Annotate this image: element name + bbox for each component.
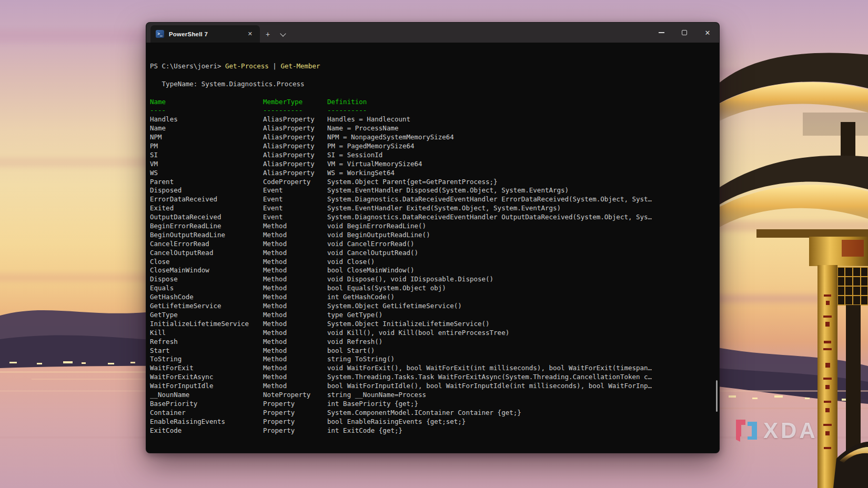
cell-membertype: CodeProperty [263,178,327,187]
cell-name: Refresh [150,338,263,347]
table-row: WaitForExit Method void WaitForExit(), b… [150,364,715,373]
cell-definition: System.Object Parent{get=GetParentProces… [327,178,715,187]
cell-definition: int GetHashCode() [327,293,715,302]
cell-definition: void Kill(), void Kill(bool entireProces… [327,329,715,338]
blank-line [150,71,715,80]
table-row: Close Method void Close() [150,258,715,267]
cell-membertype: Property [263,409,327,418]
cell-definition: int BasePriority {get;} [327,400,715,409]
chevron-down-icon[interactable] [276,26,291,43]
cell-name: Disposed [150,186,263,195]
scrollbar-thumb[interactable] [716,380,718,412]
header-membertype: MemberType [263,98,327,107]
cell-name: WaitForExit [150,364,263,373]
close-button[interactable]: ✕ [696,23,719,43]
powershell-icon: >_ [156,30,164,38]
cell-membertype: Method [263,266,327,275]
header-name: Name [150,98,263,107]
cell-definition: string __NounName=Process [327,391,715,400]
cell-name: BasePriority [150,400,263,409]
table-row: BasePriority Property int BasePriority {… [150,400,715,409]
table-row: Refresh Method void Refresh() [150,338,715,347]
cell-definition: type GetType() [327,311,715,320]
xda-watermark: XDA [733,418,818,443]
cell-membertype: Method [263,373,327,382]
cell-membertype: Method [263,240,327,249]
cell-name: __NounName [150,391,263,400]
table-row: GetType Method type GetType() [150,311,715,320]
table-row: ExitCode Property int ExitCode {get;} [150,426,715,435]
titlebar[interactable]: >_ PowerShell 7 ✕ + ✕ [146,23,719,43]
cell-definition: System.ComponentModel.IContainer Contain… [327,409,715,418]
cell-membertype: Method [263,347,327,355]
table-row: OutputDataReceived Event System.Diagnost… [150,213,715,222]
header-definition: Definition [327,98,715,107]
cell-membertype: Event [263,204,327,213]
cell-name: CancelOutputRead [150,249,263,258]
new-tab-button[interactable]: + [260,26,276,43]
table-row: ToString Method string ToString() [150,355,715,364]
cell-name: CancelErrorRead [150,240,263,249]
table-row: NPM AliasProperty NPM = NonpagedSystemMe… [150,133,715,142]
maximize-button[interactable] [673,23,696,43]
cell-name: WaitForInputIdle [150,382,263,391]
table-row: Start Method bool Start() [150,347,715,355]
terminal-content[interactable]: PS C:\Users\joeri> Get-Process | Get-Mem… [146,43,719,453]
cell-name: Kill [150,329,263,338]
column-calligraphy [823,294,832,449]
minimize-button[interactable] [650,23,673,43]
cell-name: Dispose [150,275,263,284]
cell-membertype: Method [263,275,327,284]
table-row: GetHashCode Method int GetHashCode() [150,293,715,302]
table-row: BeginErrorReadLine Method void BeginErro… [150,222,715,231]
cell-definition: NPM = NonpagedSystemMemorySize64 [327,133,715,142]
cell-definition: System.Object InitializeLifetimeService(… [327,320,715,329]
command-get-process: Get-Process [225,62,269,70]
cell-membertype: Method [263,364,327,373]
table-row: __NounName NoteProperty string __NounNam… [150,391,715,400]
table-row: VM AliasProperty VM = VirtualMemorySize6… [150,160,715,169]
table-row: CloseMainWindow Method bool CloseMainWin… [150,266,715,275]
prompt-path: PS C:\Users\joeri> [150,62,225,70]
cell-definition: bool EnableRaisingEvents {get;set;} [327,418,715,426]
table-row: Handles AliasProperty Handles = Handleco… [150,115,715,124]
table-row: SI AliasProperty SI = SessionId [150,151,715,160]
table-row: ErrorDataReceived Event System.Diagnosti… [150,195,715,204]
table-row: BeginOutputReadLine Method void BeginOut… [150,231,715,240]
cell-membertype: AliasProperty [263,115,327,124]
cell-membertype: Method [263,293,327,302]
cell-name: SI [150,151,263,160]
table-row: Kill Method void Kill(), void Kill(bool … [150,329,715,338]
cell-name: BeginOutputReadLine [150,231,263,240]
tab-close-icon[interactable]: ✕ [246,29,255,38]
cell-name: Parent [150,178,263,187]
table-row: Disposed Event System.EventHandler Dispo… [150,186,715,195]
cell-membertype: Method [263,258,327,267]
table-row: InitializeLifetimeService Method System.… [150,320,715,329]
table-row: Container Property System.ComponentModel… [150,409,715,418]
tab-powershell[interactable]: >_ PowerShell 7 ✕ [150,25,260,43]
cell-membertype: AliasProperty [263,142,327,151]
cell-membertype: AliasProperty [263,151,327,160]
cell-name: Equals [150,284,263,293]
cell-definition: void Close() [327,258,715,267]
cell-membertype: Method [263,249,327,258]
cell-name: WS [150,169,263,178]
cell-membertype: Method [263,382,327,391]
cell-definition: bool Equals(System.Object obj) [327,284,715,293]
cell-definition: bool Start() [327,347,715,355]
cell-name: Handles [150,115,263,124]
cell-membertype: Event [263,195,327,204]
cell-membertype: Property [263,418,327,426]
cell-membertype: AliasProperty [263,160,327,169]
cell-membertype: Property [263,426,327,435]
cell-definition: Name = ProcessName [327,124,715,133]
cell-name: GetLifetimeService [150,302,263,311]
cell-name: ExitCode [150,426,263,435]
cell-name: OutputDataReceived [150,213,263,222]
cell-membertype: Method [263,355,327,364]
cell-definition: SI = SessionId [327,151,715,160]
table-row: WS AliasProperty WS = WorkingSet64 [150,169,715,178]
table-row: CancelErrorRead Method void CancelErrorR… [150,240,715,249]
table-row: EnableRaisingEvents Property bool Enable… [150,418,715,426]
